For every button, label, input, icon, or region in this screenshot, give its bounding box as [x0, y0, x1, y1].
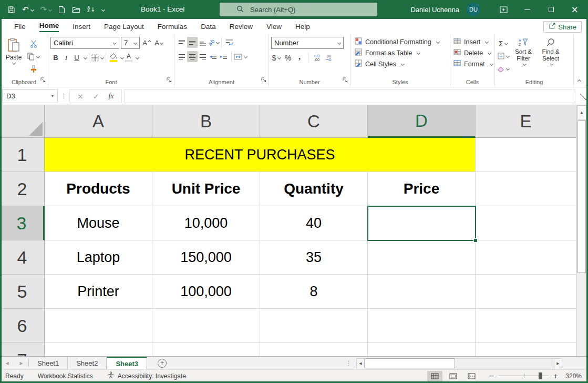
cell[interactable]	[368, 309, 476, 343]
align-center-button[interactable]	[187, 51, 198, 62]
tab-view[interactable]: View	[260, 23, 288, 34]
underline-button[interactable]: U	[71, 52, 82, 63]
currency-format-button[interactable]: $	[271, 52, 282, 63]
fill-handle[interactable]	[473, 238, 478, 243]
select-all-corner[interactable]	[0, 105, 45, 138]
cell[interactable]	[260, 343, 368, 356]
cell-c2[interactable]: Quantity	[260, 172, 368, 206]
zoom-level[interactable]: 320%	[562, 372, 582, 380]
row-header-3[interactable]: 3	[0, 206, 45, 240]
align-left-button[interactable]	[177, 51, 187, 62]
italic-button[interactable]: I	[61, 52, 71, 63]
cell-b2[interactable]: Unit Price	[152, 172, 260, 206]
cell-a4[interactable]: Laptop	[45, 240, 152, 275]
cell-b5[interactable]: 100,000	[152, 275, 260, 309]
page-break-view-button[interactable]	[464, 371, 479, 381]
tab-help[interactable]: Help	[288, 23, 317, 34]
zoom-in-button[interactable]: +	[553, 372, 559, 380]
sheet-nav-right-icon[interactable]: ▶	[14, 357, 28, 369]
scroll-up-icon[interactable]: ▲	[577, 105, 586, 119]
undo-button[interactable]: ↶	[22, 6, 34, 14]
cell-a2[interactable]: Products	[45, 172, 152, 206]
cell-b3[interactable]: 10,000	[152, 206, 260, 240]
horizontal-scrollbar[interactable]: ◀ ▶	[356, 358, 562, 368]
tab-review[interactable]: Review	[223, 23, 260, 34]
increase-indent-button[interactable]: ▸	[219, 51, 229, 62]
page-layout-view-button[interactable]	[446, 371, 461, 381]
cut-button[interactable]	[27, 38, 39, 49]
new-file-icon[interactable]	[58, 6, 65, 14]
column-header-a[interactable]: A	[45, 105, 152, 138]
number-dialog-launcher-icon[interactable]	[343, 75, 348, 85]
clear-button[interactable]	[497, 63, 509, 74]
scroll-right-icon[interactable]: ▶	[554, 358, 562, 368]
row-header-5[interactable]: 5	[0, 275, 45, 309]
tab-file[interactable]: File	[7, 23, 33, 34]
increase-font-size-button[interactable]: A	[141, 37, 152, 48]
row-header-6[interactable]: 6	[0, 309, 45, 343]
column-header-b[interactable]: B	[152, 105, 260, 138]
share-button[interactable]: Share	[543, 21, 582, 33]
vertical-scrollbar-thumb[interactable]	[577, 120, 586, 273]
number-format-combo[interactable]: Number	[271, 37, 344, 49]
sheet-tab-sheet1[interactable]: Sheet1	[29, 357, 68, 369]
font-color-chevron-icon[interactable]	[136, 56, 139, 59]
cell-b4[interactable]: 150,000	[152, 240, 260, 275]
percent-format-button[interactable]: %	[283, 52, 293, 63]
bold-button[interactable]: B	[50, 52, 61, 63]
close-button[interactable]: ×	[563, 0, 586, 19]
font-color-button[interactable]: A	[123, 52, 134, 63]
cell[interactable]	[152, 309, 260, 343]
font-name-combo[interactable]: Calibri	[50, 37, 119, 49]
font-size-combo[interactable]: 7	[121, 37, 140, 49]
normal-view-button[interactable]	[427, 371, 442, 381]
tab-home[interactable]: Home	[33, 22, 66, 34]
align-right-button[interactable]	[198, 51, 208, 62]
format-cells-button[interactable]: Format	[453, 59, 492, 69]
avatar[interactable]: DU	[467, 3, 480, 16]
sheet-tab-sheet2[interactable]: Sheet2	[68, 357, 107, 369]
decrease-font-size-button[interactable]: A	[153, 37, 164, 48]
cell-c4[interactable]: 35	[260, 240, 368, 275]
cell[interactable]	[476, 206, 576, 240]
format-painter-button[interactable]	[27, 64, 39, 75]
accessibility-button[interactable]: Accessibility: Investigate	[107, 371, 186, 380]
new-sheet-button[interactable]: +	[158, 359, 167, 368]
align-middle-button[interactable]	[187, 37, 198, 48]
zoom-slider-thumb[interactable]	[539, 372, 542, 379]
ribbon-display-options-icon[interactable]	[492, 0, 515, 19]
zoom-slider[interactable]	[499, 376, 549, 376]
cell-a1-merged-title[interactable]: RECENT PURCHASES	[45, 138, 476, 172]
borders-button[interactable]	[91, 52, 104, 63]
format-as-table-button[interactable]: Format as Table	[355, 48, 448, 58]
collapse-ribbon-chevron-icon[interactable]	[577, 79, 581, 83]
decrease-indent-button[interactable]: ◂	[208, 51, 219, 62]
decrease-decimal-button[interactable]: .00→0	[323, 52, 334, 63]
horizontal-scrollbar-thumb[interactable]	[365, 358, 455, 368]
tab-data[interactable]: Data	[194, 23, 223, 34]
cell-c3[interactable]: 40	[260, 206, 368, 240]
insert-function-icon[interactable]: fx	[108, 92, 114, 100]
cell[interactable]	[45, 309, 152, 343]
save-icon[interactable]	[7, 6, 15, 14]
cell[interactable]	[476, 138, 576, 172]
cell[interactable]	[476, 275, 576, 309]
cell[interactable]	[152, 343, 260, 356]
autosum-button[interactable]: Σ	[497, 38, 509, 49]
cell-c5[interactable]: 8	[260, 275, 368, 309]
fill-color-button[interactable]	[108, 52, 119, 63]
cancel-icon[interactable]: ×	[77, 92, 84, 100]
zoom-out-button[interactable]: −	[489, 372, 494, 380]
fill-button[interactable]	[497, 51, 509, 62]
open-file-icon[interactable]	[72, 6, 80, 13]
font-dialog-launcher-icon[interactable]	[167, 75, 172, 85]
tab-insert[interactable]: Insert	[66, 23, 97, 34]
minimize-button[interactable]	[515, 0, 539, 19]
name-box-chevron-icon[interactable]: ▾	[51, 94, 54, 98]
cell-d4[interactable]	[368, 240, 476, 275]
column-header-c[interactable]: C	[260, 105, 368, 138]
name-box[interactable]: D3 ▾	[2, 89, 58, 103]
sheet-nav-left-icon[interactable]: ◀	[0, 357, 14, 369]
insert-cells-button[interactable]: Insert	[453, 37, 492, 47]
cell-a3[interactable]: Mouse	[45, 206, 152, 240]
